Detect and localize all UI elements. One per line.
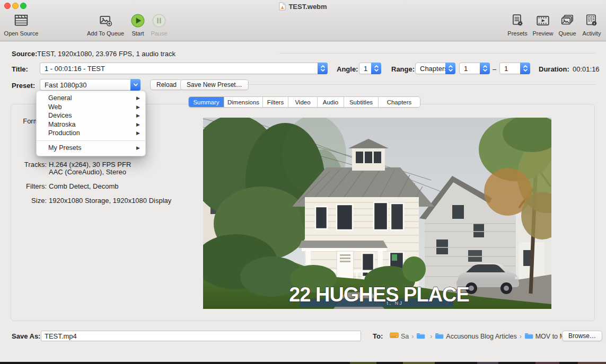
title-popup[interactable]: 1 - 00:01:16 - TEST xyxy=(40,63,328,74)
source-separator xyxy=(279,53,595,54)
menu-item-label: Devices xyxy=(48,112,72,119)
folder-icon[interactable] xyxy=(416,332,425,341)
submenu-arrow-icon: ▶ xyxy=(136,113,140,118)
size-value: 1920x1080 Storage, 1920x1080 Display xyxy=(49,197,171,205)
range-dash: – xyxy=(493,65,496,73)
range-type-popup[interactable]: Chapters xyxy=(415,63,455,74)
breadcrumb-separator: › xyxy=(429,333,433,340)
section-tabbar: Summary Dimensions Filters Video Audio S… xyxy=(188,96,420,108)
breadcrumb-separator: › xyxy=(519,333,522,340)
folder-icon[interactable] xyxy=(435,332,444,341)
activity-label: Activity xyxy=(567,30,606,37)
save-as-input[interactable]: TEST.mp4 xyxy=(41,331,361,341)
submenu-arrow-icon: ▶ xyxy=(136,95,140,101)
menu-item-my-presets[interactable]: My Presets▶ xyxy=(37,144,145,153)
preset-popup-value: Fast 1080p30 xyxy=(40,81,130,89)
angle-label: Angle: xyxy=(337,65,358,73)
tracks-video-value: H.264 (x264), 30 FPS PFR xyxy=(49,161,131,168)
title-label: Title: xyxy=(12,65,28,73)
menu-item-production[interactable]: Production▶ xyxy=(37,129,145,138)
menu-item-web[interactable]: Web▶ xyxy=(37,103,145,112)
submenu-arrow-icon: ▶ xyxy=(136,104,140,110)
submenu-arrow-icon: ▶ xyxy=(136,122,140,127)
chevron-up-down-icon xyxy=(445,63,455,74)
reload-button[interactable]: Reload xyxy=(150,79,183,90)
menu-separator xyxy=(37,140,145,141)
menu-item-devices[interactable]: Devices▶ xyxy=(37,111,145,120)
save-as-filename: TEST.mp4 xyxy=(45,332,77,340)
chevron-up-down-icon xyxy=(371,63,381,74)
preset-popup[interactable]: Fast 1080p30 xyxy=(40,79,140,91)
menu-item-label: My Presets xyxy=(48,144,82,152)
preset-separator xyxy=(247,84,595,85)
source-label: Source: xyxy=(12,50,37,58)
range-to-popup[interactable]: 1 xyxy=(499,63,530,74)
preset-label: Preset: xyxy=(12,82,35,90)
range-from-popup[interactable]: 1 xyxy=(459,63,490,74)
duration-label: Duration: xyxy=(539,65,569,73)
duration-value: 00:01:16 xyxy=(573,65,600,73)
size-label: Size: xyxy=(12,197,47,205)
menu-item-label: General xyxy=(48,94,72,102)
preview-image: 22 HUGHES PLACE t, NJ xyxy=(203,118,551,309)
open-source-label: Open Source xyxy=(0,30,46,37)
submenu-arrow-icon: ▶ xyxy=(136,145,140,150)
window-chrome: TEST.webm Open Source xyxy=(0,0,606,41)
chevron-up-down-icon xyxy=(318,63,328,74)
tracks-label: Tracks: xyxy=(12,161,47,168)
activity-log-icon xyxy=(567,13,606,28)
pause-button: Pause xyxy=(135,13,183,37)
title-popup-value: 1 - 00:01:16 - TEST xyxy=(40,65,318,73)
angle-popup[interactable]: 1 xyxy=(359,63,381,74)
tab-audio[interactable]: Audio xyxy=(318,97,344,107)
photo-headline: 22 HUGHES PLACE xyxy=(289,283,469,306)
tracks-audio-value: AAC (CoreAudio), Stereo xyxy=(49,168,126,176)
range-to-value: 1 xyxy=(500,65,520,73)
window-title-text: TEST.webm xyxy=(288,3,327,11)
tab-dimensions[interactable]: Dimensions xyxy=(224,97,263,107)
menu-item-label: Production xyxy=(48,129,80,137)
tab-chapters[interactable]: Chapters xyxy=(379,97,420,107)
open-source-button[interactable]: Open Source xyxy=(0,13,46,37)
destination-breadcrumb: Sa › › Accusonus Blog Articles › MOV to … xyxy=(390,331,573,342)
filters-value: Comb Detect, Decomb xyxy=(49,182,119,190)
source-value: TEST, 1920x1080, 23.976 FPS, 1 audio tra… xyxy=(37,50,175,58)
submenu-arrow-icon: ▶ xyxy=(136,130,140,136)
tab-subtitles[interactable]: Subtitles xyxy=(344,97,379,107)
pause-label: Pause xyxy=(135,30,183,37)
range-from-value: 1 xyxy=(460,65,480,73)
dock-edge-strip xyxy=(0,362,606,364)
tab-summary[interactable]: Summary xyxy=(189,97,224,107)
chevron-up-down-icon xyxy=(480,63,490,74)
save-new-preset-button[interactable]: Save New Preset… xyxy=(180,79,249,90)
pause-icon xyxy=(135,13,183,28)
tab-video[interactable]: Video xyxy=(288,97,318,107)
activity-button[interactable]: Activity xyxy=(567,13,606,37)
preset-dropdown-menu: General▶ Web▶ Devices▶ Matroska▶ Product… xyxy=(36,91,146,156)
tab-filters[interactable]: Filters xyxy=(263,97,288,107)
handbrake-window: TEST.webm Open Source xyxy=(0,0,606,364)
chevron-up-down-icon xyxy=(520,63,530,74)
angle-popup-value: 1 xyxy=(359,65,371,73)
range-type-value: Chapters xyxy=(416,65,445,73)
browse-button[interactable]: Browse… xyxy=(562,331,602,341)
photo-subline: t, NJ xyxy=(387,300,403,306)
filters-label: Filters: xyxy=(12,182,47,190)
breadcrumb-item[interactable]: Accusonus Blog Articles xyxy=(446,333,516,340)
folder-icon[interactable] xyxy=(524,332,533,341)
clapperboard-icon xyxy=(0,13,46,28)
disk-icon xyxy=(390,332,399,341)
menu-item-matroska[interactable]: Matroska▶ xyxy=(37,120,145,129)
menu-item-general[interactable]: General▶ xyxy=(37,94,145,103)
document-icon xyxy=(279,2,286,12)
breadcrumb-separator: › xyxy=(411,333,414,340)
menu-item-label: Web xyxy=(48,103,62,111)
range-label: Range: xyxy=(391,65,415,73)
save-as-label: Save As: xyxy=(12,332,40,340)
window-title: TEST.webm xyxy=(0,2,606,12)
to-label: To: xyxy=(373,332,383,340)
chevron-down-icon xyxy=(130,79,140,91)
breadcrumb-item-truncated[interactable]: Sa xyxy=(401,333,409,340)
menu-item-label: Matroska xyxy=(48,121,75,128)
